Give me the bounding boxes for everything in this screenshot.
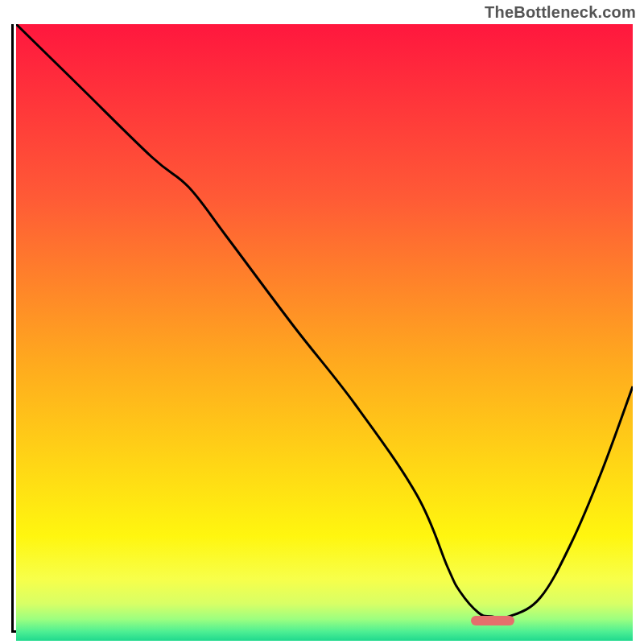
watermark-text: TheBottleneck.com	[485, 3, 636, 22]
bottleneck-curve	[16, 24, 633, 628]
optimal-marker	[471, 616, 514, 625]
plot-area	[11, 24, 633, 633]
